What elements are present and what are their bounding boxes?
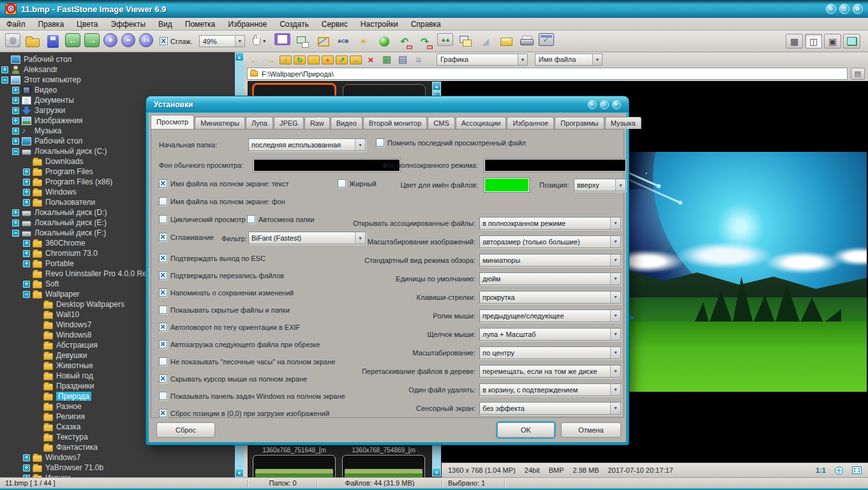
menu-item[interactable]: Файл bbox=[0, 20, 32, 29]
smoothing-toggle[interactable]: Сглаж. bbox=[160, 37, 193, 45]
tree-expander[interactable]: + bbox=[12, 107, 19, 114]
chevron-down-icon[interactable]: ▼ bbox=[610, 236, 620, 248]
chevron-down-icon[interactable]: ▼ bbox=[610, 403, 620, 414]
auto-folder-change-checkbox[interactable] bbox=[247, 215, 255, 223]
address-input[interactable]: F:\Wallpaper\Природа\ bbox=[247, 68, 848, 80]
dialog-titlebar[interactable]: Установки – □ × bbox=[146, 96, 629, 112]
delete-icon[interactable]: × bbox=[364, 53, 378, 66]
menu-item[interactable]: Цвета bbox=[70, 20, 104, 29]
browser-view-icon[interactable]: ◫ bbox=[805, 34, 822, 48]
chevron-down-icon[interactable]: ▼ bbox=[235, 36, 244, 47]
bold-checkbox[interactable] bbox=[338, 179, 346, 188]
chevron-down-icon[interactable]: ▼ bbox=[610, 218, 620, 229]
scroll-down-icon[interactable]: ▼ bbox=[432, 468, 441, 477]
color-picker-icon[interactable] bbox=[376, 33, 393, 50]
cyclic-view-checkbox[interactable] bbox=[159, 215, 167, 223]
close-icon[interactable]: × bbox=[853, 4, 863, 14]
filename-bg-checkbox[interactable] bbox=[159, 197, 167, 205]
menu-item[interactable]: Настройки bbox=[354, 20, 405, 29]
maximize-icon[interactable]: □ bbox=[600, 100, 609, 109]
bg-normal-swatch[interactable] bbox=[253, 159, 400, 172]
tree-expander[interactable]: − bbox=[1, 77, 8, 84]
print-icon[interactable] bbox=[518, 33, 535, 50]
adjust-lighting-icon[interactable]: ☀ bbox=[355, 33, 372, 50]
resize-icon[interactable] bbox=[294, 33, 311, 50]
option-checkbox[interactable] bbox=[159, 288, 167, 297]
zoom-level-select[interactable]: 49% ▼ bbox=[199, 35, 245, 47]
reset-button[interactable]: Сброс bbox=[156, 422, 215, 438]
compare-images-icon[interactable]: ▲▲ bbox=[437, 33, 453, 46]
option-select[interactable]: в полноэкранном режиме ▼ bbox=[479, 217, 621, 230]
position-select[interactable]: вверху ▼ bbox=[574, 179, 626, 191]
sort-select[interactable]: Имя файла ▼ bbox=[535, 54, 602, 66]
tree-expander[interactable]: + bbox=[12, 117, 19, 124]
tree-expander[interactable]: − bbox=[23, 291, 30, 298]
option-select[interactable]: авторазмер (только большие) ▼ bbox=[479, 235, 621, 248]
bg-fullscreen-swatch[interactable] bbox=[484, 159, 626, 172]
option-checkbox[interactable] bbox=[159, 375, 167, 383]
tree-item[interactable]: − Этот компьютер bbox=[0, 75, 235, 85]
actual-size-icon[interactable]: 1:1 bbox=[139, 33, 153, 47]
move-to-folder-icon[interactable]: ↗ bbox=[336, 56, 348, 64]
rotate-left-icon[interactable]: ↶ bbox=[396, 33, 413, 50]
list-mode-icon[interactable]: ▤ bbox=[396, 53, 410, 66]
rotate-right-icon[interactable]: ↷ bbox=[417, 33, 433, 50]
chevron-down-icon[interactable]: ▼ bbox=[610, 329, 620, 340]
dialog-tab[interactable]: Миниатюры bbox=[195, 117, 245, 129]
filename-text-option[interactable]: Имя файла на полном экране: текст bbox=[159, 179, 288, 188]
scanner-icon[interactable]: ◢ bbox=[477, 33, 494, 50]
menu-item[interactable]: Вид bbox=[152, 20, 179, 29]
zoom-in-icon[interactable]: + bbox=[103, 33, 117, 47]
chevron-down-icon[interactable]: ▼ bbox=[610, 255, 620, 266]
option-select[interactable]: прокрутка ▼ bbox=[479, 291, 621, 304]
chevron-down-icon[interactable]: ▼ bbox=[610, 347, 620, 359]
chevron-down-icon[interactable]: ▼ bbox=[262, 39, 267, 43]
option-checkbox[interactable] bbox=[159, 409, 167, 417]
refresh-icon[interactable]: ↻ bbox=[294, 56, 306, 64]
dialog-tab[interactable]: Музыка bbox=[605, 117, 641, 129]
menu-item[interactable]: Создать bbox=[273, 20, 315, 29]
name-color-swatch[interactable] bbox=[484, 178, 529, 192]
nav-forward-icon[interactable]: → bbox=[264, 53, 278, 66]
dialog-tab[interactable]: Программы bbox=[555, 117, 604, 129]
cancel-button[interactable]: Отмена bbox=[561, 422, 621, 438]
chevron-down-icon[interactable]: ▼ bbox=[610, 273, 620, 285]
option-select[interactable]: предыдущее/следующее ▼ bbox=[479, 309, 621, 322]
tree-expander[interactable]: + bbox=[12, 138, 19, 145]
option-select[interactable]: лупа + Масштаб ▼ bbox=[479, 328, 621, 341]
chevron-down-icon[interactable]: ▼ bbox=[610, 366, 620, 377]
tree-expander[interactable]: + bbox=[23, 250, 30, 257]
scroll-down-icon[interactable]: ▼ bbox=[235, 468, 244, 477]
tree-expander[interactable]: − bbox=[12, 230, 19, 237]
fullscreen-icon[interactable] bbox=[843, 34, 860, 48]
slideshow-icon[interactable]: ▶ bbox=[274, 33, 290, 45]
option-checkbox[interactable] bbox=[159, 306, 167, 314]
dialog-tab[interactable]: Избранное bbox=[507, 117, 554, 129]
dialog-tab[interactable]: JPEG bbox=[274, 117, 304, 129]
minimize-icon[interactable]: – bbox=[826, 4, 836, 14]
chevron-down-icon[interactable]: ▼ bbox=[610, 310, 620, 322]
nav-back-icon[interactable]: ← bbox=[248, 53, 262, 66]
filename-text-checkbox[interactable] bbox=[159, 179, 167, 188]
cyclic-view-option[interactable]: Циклический просмотр bbox=[159, 215, 246, 223]
hand-tool[interactable]: ▼ bbox=[253, 37, 267, 45]
menu-item[interactable]: Сервис bbox=[315, 20, 354, 29]
menu-item[interactable]: Эффекты bbox=[105, 20, 153, 29]
scroll-up-icon[interactable]: ▲ bbox=[432, 82, 441, 91]
dialog-tab[interactable]: Ассоциации bbox=[456, 117, 507, 129]
remember-last-file-checkbox[interactable] bbox=[376, 138, 384, 147]
tree-expander[interactable]: + bbox=[23, 199, 30, 206]
back-image-icon[interactable]: ← bbox=[65, 33, 80, 47]
option-checkbox[interactable] bbox=[159, 271, 167, 279]
option-select[interactable]: без эффекта ▼ bbox=[479, 402, 621, 415]
clipboard-icon[interactable]: ▤ bbox=[851, 68, 865, 80]
open-folder-icon[interactable] bbox=[24, 33, 41, 50]
tree-expander[interactable]: + bbox=[1, 66, 8, 73]
tree-expander[interactable]: + bbox=[23, 179, 30, 186]
option-checkbox[interactable] bbox=[159, 340, 167, 348]
tree-expander[interactable]: + bbox=[23, 464, 30, 471]
tree-item[interactable]: Рабочий стол bbox=[0, 54, 235, 64]
chevron-down-icon[interactable]: ▼ bbox=[615, 179, 625, 191]
tree-expander[interactable]: + bbox=[12, 97, 19, 104]
remember-last-file-option[interactable]: Помнить последний просмотренный файл bbox=[376, 138, 526, 147]
